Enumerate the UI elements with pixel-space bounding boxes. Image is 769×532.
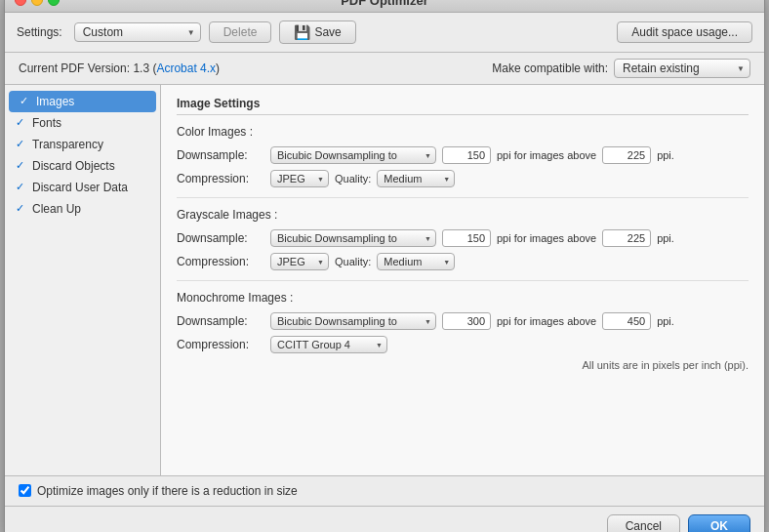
sidebar-item-images[interactable]: ✓ Images: [9, 91, 156, 112]
check-discard-objects: ✓: [13, 159, 26, 172]
color-downsample-select-wrap: Bicubic Downsampling to Off Average Down…: [270, 146, 436, 164]
save-icon: 💾: [294, 24, 310, 40]
sidebar-label-images: Images: [36, 95, 74, 108]
color-downsample-select[interactable]: Bicubic Downsampling to Off Average Down…: [270, 146, 436, 164]
color-downsample-label: Downsample:: [177, 148, 264, 162]
sidebar-label-clean-up: Clean Up: [32, 202, 81, 216]
traffic-lights: [15, 0, 60, 6]
gray-ppi-above-input[interactable]: [602, 229, 651, 247]
settings-select-wrap: Custom: [74, 22, 201, 42]
gray-ppi-above-text: ppi for images above: [497, 232, 596, 244]
color-compression-label: Compression:: [177, 172, 264, 185]
minimize-button[interactable]: [31, 0, 43, 6]
color-ppi-above-input[interactable]: [602, 146, 651, 164]
main-window: PDF Optimizer Settings: Custom Delete 💾 …: [4, 0, 765, 532]
mono-ppi-above-input[interactable]: [602, 312, 651, 330]
mono-compression-label: Compression:: [177, 338, 264, 351]
check-images: ✓: [17, 95, 30, 107]
footer-buttons: Cancel OK: [5, 506, 764, 533]
top-bar: Settings: Custom Delete 💾 Save Audit spa…: [5, 13, 764, 53]
gray-downsample-select[interactable]: Bicubic Downsampling to Off Average Down…: [270, 229, 436, 247]
title-bar: PDF Optimizer: [5, 0, 764, 13]
gray-downsample-row: Downsample: Bicubic Downsampling to Off …: [177, 229, 749, 247]
mono-downsample-select-wrap: Bicubic Downsampling to Off Average Down…: [270, 312, 436, 330]
ok-button[interactable]: OK: [688, 514, 750, 533]
sidebar-item-clean-up[interactable]: ✓ Clean Up: [5, 198, 160, 220]
pdf-version-link[interactable]: Acrobat 4.x: [156, 61, 216, 75]
optimize-label: Optimize images only if there is a reduc…: [37, 484, 298, 498]
save-button[interactable]: 💾 Save: [279, 20, 355, 44]
color-ppi-input[interactable]: [442, 146, 491, 164]
sidebar-label-discard-user-data: Discard User Data: [32, 181, 128, 194]
settings-select[interactable]: Custom: [74, 22, 201, 42]
audit-button[interactable]: Audit space usage...: [617, 21, 752, 43]
compat-select-wrap: Retain existing: [614, 59, 750, 78]
sidebar-label-transparency: Transparency: [32, 138, 103, 151]
color-quality-label: Quality:: [335, 173, 371, 184]
cancel-button[interactable]: Cancel: [607, 514, 680, 533]
settings-label: Settings:: [17, 25, 62, 39]
color-compression-row: Compression: JPEG Off JPEG 2000 ZIP Qual…: [177, 170, 749, 187]
gray-compression-row: Compression: JPEG Off JPEG 2000 ZIP Qual…: [177, 253, 749, 270]
pdf-version-text: Current PDF Version: 1.3 (Acrobat 4.x): [19, 61, 220, 75]
check-transparency: ✓: [13, 138, 26, 150]
mono-ppi-above-text: ppi for images above: [497, 315, 596, 327]
gray-downsample-select-wrap: Bicubic Downsampling to Off Average Down…: [270, 229, 436, 247]
pdf-version-bar: Current PDF Version: 1.3 (Acrobat 4.x) M…: [5, 53, 764, 85]
sidebar-item-discard-user-data[interactable]: ✓ Discard User Data: [5, 177, 160, 198]
grayscale-images-title: Grayscale Images :: [177, 208, 749, 222]
gray-ppi-text: ppi.: [657, 232, 674, 244]
color-images-title: Color Images :: [177, 125, 749, 139]
ppi-note: All units are in pixels per inch (ppi).: [177, 359, 749, 371]
maximize-button[interactable]: [48, 0, 60, 6]
sidebar-item-transparency[interactable]: ✓ Transparency: [5, 134, 160, 155]
mono-downsample-label: Downsample:: [177, 314, 264, 328]
close-button[interactable]: [15, 0, 26, 6]
sidebar-label-discard-objects: Discard Objects: [32, 159, 115, 173]
optimize-checkbox[interactable]: [19, 484, 31, 497]
sidebar-label-fonts: Fonts: [32, 116, 61, 130]
window-title: PDF Optimizer: [341, 0, 428, 8]
divider-2: [177, 280, 749, 281]
sidebar-item-discard-objects[interactable]: ✓ Discard Objects: [5, 155, 160, 177]
check-fonts: ✓: [13, 116, 26, 129]
mono-images-title: Monochrome Images :: [177, 291, 749, 305]
color-quality-select[interactable]: Medium Minimum Low High Maximum: [377, 170, 455, 187]
optimize-checkbox-row: Optimize images only if there is a reduc…: [5, 475, 764, 506]
mono-ppi-input[interactable]: [442, 312, 491, 330]
gray-compression-select-wrap: JPEG Off JPEG 2000 ZIP: [270, 253, 329, 270]
color-ppi-text: ppi.: [657, 149, 674, 161]
check-clean-up: ✓: [13, 202, 26, 215]
content-panel: Image Settings Color Images : Downsample…: [161, 85, 764, 475]
compat-select[interactable]: Retain existing: [614, 59, 750, 78]
compat-label: Make compatible with:: [492, 61, 608, 75]
mono-compression-select[interactable]: CCITT Group 4 Off CCITT Group 3 ZIP Run …: [270, 336, 387, 353]
gray-quality-select[interactable]: Medium Minimum Low High Maximum: [377, 253, 455, 270]
gray-ppi-input[interactable]: [442, 229, 491, 247]
gray-compression-label: Compression:: [177, 255, 264, 268]
gray-compression-select[interactable]: JPEG Off JPEG 2000 ZIP: [270, 253, 329, 270]
mono-downsample-row: Downsample: Bicubic Downsampling to Off …: [177, 312, 749, 330]
divider-1: [177, 197, 749, 198]
gray-quality-label: Quality:: [335, 256, 371, 267]
mono-compression-row: Compression: CCITT Group 4 Off CCITT Gro…: [177, 336, 749, 353]
gray-downsample-label: Downsample:: [177, 231, 264, 245]
gray-quality-select-wrap: Medium Minimum Low High Maximum: [377, 253, 455, 270]
mono-compression-select-wrap: CCITT Group 4 Off CCITT Group 3 ZIP Run …: [270, 336, 387, 353]
color-ppi-above-text: ppi for images above: [497, 149, 596, 161]
color-compression-select[interactable]: JPEG Off JPEG 2000 ZIP: [270, 170, 329, 187]
color-quality-select-wrap: Medium Minimum Low High Maximum: [377, 170, 455, 187]
section-title: Image Settings: [177, 97, 749, 115]
mono-ppi-text: ppi.: [657, 315, 674, 327]
color-compression-select-wrap: JPEG Off JPEG 2000 ZIP: [270, 170, 329, 187]
mono-downsample-select[interactable]: Bicubic Downsampling to Off Average Down…: [270, 312, 436, 330]
color-downsample-row: Downsample: Bicubic Downsampling to Off …: [177, 146, 749, 164]
main-content: ✓ Images ✓ Fonts ✓ Transparency ✓ Discar…: [5, 85, 764, 475]
delete-button[interactable]: Delete: [209, 21, 272, 43]
sidebar-item-fonts[interactable]: ✓ Fonts: [5, 112, 160, 134]
sidebar: ✓ Images ✓ Fonts ✓ Transparency ✓ Discar…: [5, 85, 161, 475]
check-discard-user-data: ✓: [13, 181, 26, 193]
